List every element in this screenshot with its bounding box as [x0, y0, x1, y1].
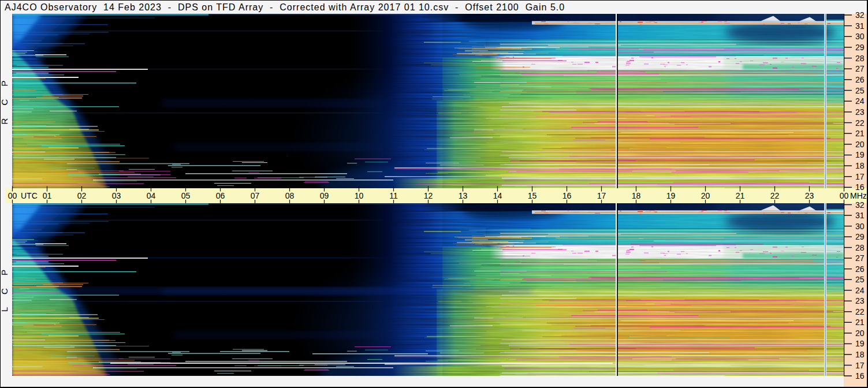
svg-text:04: 04 [147, 191, 156, 200]
svg-text:22: 22 [855, 307, 865, 316]
svg-text:MHz: MHz [850, 191, 867, 200]
svg-text:03: 03 [112, 191, 121, 200]
svg-text:18: 18 [632, 191, 641, 200]
svg-text:24: 24 [855, 96, 865, 106]
svg-text:11: 11 [389, 191, 398, 200]
svg-text:01: 01 [43, 191, 52, 200]
svg-text:07: 07 [251, 191, 260, 200]
svg-text:25: 25 [855, 86, 865, 95]
svg-text:18: 18 [855, 350, 865, 359]
svg-text:19: 19 [855, 150, 865, 159]
svg-text:28: 28 [855, 243, 865, 252]
svg-text:19: 19 [855, 339, 865, 348]
svg-text:16: 16 [855, 371, 865, 380]
svg-text:23: 23 [805, 191, 814, 200]
svg-text:02: 02 [77, 191, 87, 200]
svg-text:UTC: UTC [21, 191, 38, 200]
svg-text:21: 21 [855, 318, 865, 327]
svg-text:17: 17 [855, 172, 865, 181]
svg-text:31: 31 [855, 21, 865, 31]
svg-text:14: 14 [493, 191, 502, 200]
svg-text:26: 26 [855, 75, 865, 84]
svg-text:19: 19 [666, 191, 676, 200]
svg-text:20: 20 [855, 140, 865, 149]
svg-text:23: 23 [855, 107, 865, 117]
svg-text:21: 21 [855, 129, 865, 138]
svg-text:30: 30 [855, 32, 865, 41]
svg-text:31: 31 [855, 211, 865, 220]
svg-text:12: 12 [424, 191, 433, 200]
svg-text:06: 06 [216, 191, 225, 200]
svg-text:21: 21 [736, 191, 745, 200]
svg-text:00: 00 [8, 191, 17, 200]
svg-text:13: 13 [459, 191, 468, 200]
svg-text:32: 32 [855, 200, 865, 210]
svg-text:05: 05 [181, 191, 191, 200]
svg-text:16: 16 [855, 182, 865, 192]
svg-text:17: 17 [597, 191, 606, 200]
svg-text:29: 29 [855, 43, 865, 52]
svg-text:30: 30 [855, 222, 865, 231]
svg-text:26: 26 [855, 264, 865, 274]
svg-text:L C P: L C P [0, 264, 9, 312]
svg-text:27: 27 [855, 64, 865, 73]
svg-text:00: 00 [840, 191, 849, 200]
svg-text:17: 17 [855, 361, 865, 370]
svg-text:28: 28 [855, 54, 865, 63]
svg-text:22: 22 [855, 118, 865, 128]
svg-text:AJ4CO Observatory 14 Feb 2023: AJ4CO Observatory 14 Feb 2023 - DPS on T… [5, 2, 565, 12]
svg-text:16: 16 [562, 191, 572, 200]
svg-text:27: 27 [855, 253, 865, 263]
svg-text:32: 32 [855, 10, 865, 20]
svg-text:20: 20 [701, 191, 710, 200]
svg-text:24: 24 [855, 286, 865, 295]
svg-text:09: 09 [320, 191, 329, 200]
svg-text:R C P: R C P [0, 75, 9, 124]
svg-text:20: 20 [855, 329, 865, 338]
svg-text:08: 08 [285, 191, 295, 200]
svg-text:18: 18 [855, 161, 865, 170]
svg-text:29: 29 [855, 232, 865, 241]
svg-text:25: 25 [855, 275, 865, 284]
svg-text:22: 22 [770, 191, 780, 200]
svg-text:10: 10 [355, 191, 364, 200]
svg-text:23: 23 [855, 296, 865, 305]
svg-text:15: 15 [528, 191, 537, 200]
